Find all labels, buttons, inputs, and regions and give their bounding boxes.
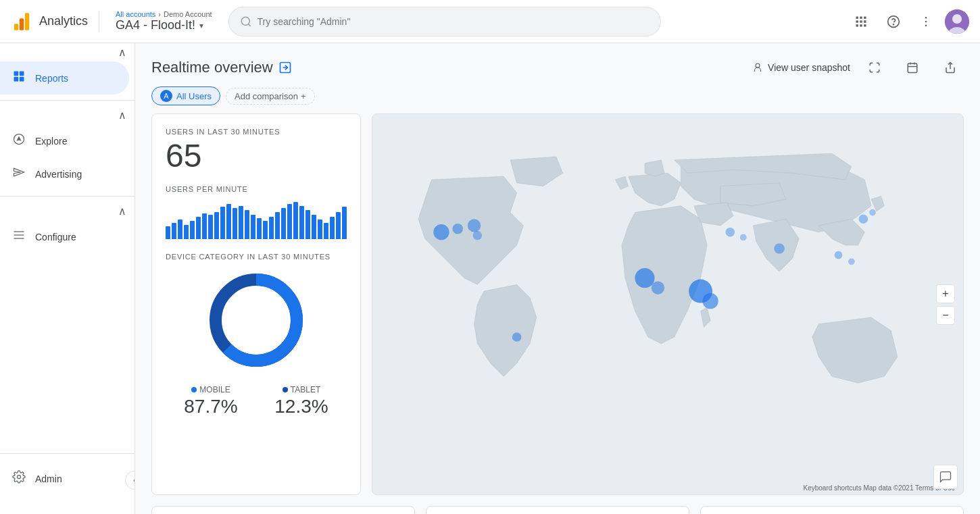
avatar[interactable] [945, 9, 969, 34]
users-per-minute-chart [166, 199, 347, 239]
bar [239, 206, 243, 239]
add-comparison-label: Add comparison [235, 91, 298, 101]
header: Analytics All accounts › Demo Account GA… [0, 0, 980, 43]
breadcrumb: All accounts › Demo Account [116, 10, 212, 18]
bar [251, 215, 255, 239]
nav-section-collapse-3[interactable]: ∧ [0, 202, 134, 220]
demo-account: Demo Account [164, 10, 212, 18]
sidebar-bottom: Admin [0, 453, 134, 503]
more-button[interactable] [912, 8, 939, 35]
bar [172, 223, 176, 239]
realtime-body: USERS IN LAST 30 MINUTES 65 USERS PER MI… [135, 113, 980, 506]
bar [293, 202, 298, 239]
audience-card: Users ▾ by Audience #1 All Users 65 100% [426, 506, 689, 514]
users-30min-label: USERS IN LAST 30 MINUTES [166, 128, 347, 136]
sidebar-item-configure-label: Configure [35, 232, 76, 242]
advertising-icon [11, 165, 27, 182]
bar [287, 204, 292, 239]
nav-divider-1 [0, 100, 134, 101]
property-name-text: GA4 - Flood-It! [116, 18, 195, 32]
sidebar-item-reports-label: Reports [35, 73, 68, 84]
bar [257, 218, 262, 238]
svg-point-43 [433, 224, 449, 240]
svg-rect-6 [860, 16, 862, 18]
svg-point-32 [18, 476, 21, 479]
account-info: All accounts › Demo Account GA4 - Flood-… [110, 10, 218, 32]
bar [208, 215, 213, 239]
donut-svg [202, 266, 310, 374]
share-button[interactable] [937, 54, 964, 81]
zoom-out-button[interactable]: − [936, 306, 955, 325]
calendar-button[interactable] [899, 54, 926, 81]
map-footer: Keyboard shortcuts Map data ©2021 Terms … [803, 484, 955, 492]
svg-rect-10 [864, 20, 866, 22]
bar [342, 207, 347, 238]
svg-rect-12 [860, 24, 862, 26]
help-button[interactable] [880, 8, 907, 35]
all-accounts-link[interactable]: All accounts [116, 10, 155, 18]
realtime-title-text: Realtime overview [151, 59, 273, 76]
search-icon [240, 16, 252, 28]
svg-point-56 [848, 259, 855, 265]
world-map-svg [372, 114, 963, 494]
svg-point-17 [925, 20, 927, 22]
zoom-in-button[interactable]: + [936, 284, 955, 303]
analytics-title: Analytics [39, 14, 88, 28]
svg-marker-27 [18, 137, 21, 140]
tablet-label: TABLET [291, 385, 320, 394]
property-selector[interactable]: GA4 - Flood-It! ▾ [116, 18, 212, 32]
search-input[interactable] [258, 16, 650, 27]
apps-button[interactable] [848, 8, 875, 35]
property-dropdown-icon[interactable]: ▾ [199, 21, 203, 30]
svg-rect-13 [864, 24, 866, 26]
all-users-filter[interactable]: A All Users [151, 86, 220, 105]
view-snapshot-button[interactable]: View user snapshot [752, 61, 850, 74]
fullscreen-button[interactable] [861, 54, 888, 81]
bar [312, 215, 316, 239]
map-panel: + − Keyboard shortcuts Map data ©2021 Te… [372, 113, 964, 495]
bar [324, 223, 328, 239]
chat-button[interactable] [933, 465, 958, 489]
donut-chart [166, 266, 347, 374]
svg-point-55 [835, 251, 843, 259]
bar [281, 208, 286, 239]
sidebar-item-explore[interactable]: Explore [0, 124, 129, 157]
add-comparison-button[interactable]: Add comparison + [226, 88, 315, 105]
chevron-up-icon-3: ∧ [118, 205, 126, 217]
sidebar-item-reports[interactable]: Reports [0, 61, 129, 95]
sidebar-item-advertising[interactable]: Advertising [0, 157, 129, 190]
bar [190, 221, 195, 239]
admin-item[interactable]: Admin [11, 465, 124, 492]
bar [166, 226, 170, 239]
svg-rect-0 [14, 24, 18, 30]
bar [202, 213, 207, 239]
nav-divider-2 [0, 196, 134, 197]
bar [263, 221, 268, 239]
sidebar-item-explore-label: Explore [35, 136, 67, 147]
realtime-actions: View user snapshot [752, 54, 964, 81]
svg-point-18 [925, 24, 927, 26]
sidebar-item-configure[interactable]: Configure [0, 220, 129, 253]
bar [214, 212, 219, 239]
bar [269, 217, 274, 239]
svg-rect-25 [20, 77, 24, 82]
svg-point-16 [925, 16, 927, 18]
donut-legend: MOBILE 87.7% TABLET 12.3% [166, 385, 347, 417]
nav-section-collapse-1[interactable]: ∧ [0, 43, 134, 61]
bar [330, 217, 335, 239]
tablet-legend: TABLET 12.3% [274, 385, 328, 417]
bar [232, 208, 237, 239]
admin-icon [11, 470, 27, 487]
map-zoom-controls: + − [936, 284, 955, 325]
configure-icon [11, 228, 27, 245]
svg-point-47 [512, 332, 522, 342]
filter-bar: A All Users Add comparison + [135, 86, 980, 113]
bar [220, 207, 225, 238]
svg-rect-7 [864, 16, 866, 18]
tablet-value: 12.3% [274, 396, 328, 417]
search-bar[interactable] [228, 7, 661, 36]
nav-section-collapse-2[interactable]: ∧ [0, 106, 134, 124]
realtime-header: Realtime overview View user snapshot [135, 43, 980, 86]
svg-rect-22 [14, 72, 19, 76]
svg-rect-2 [25, 13, 29, 30]
